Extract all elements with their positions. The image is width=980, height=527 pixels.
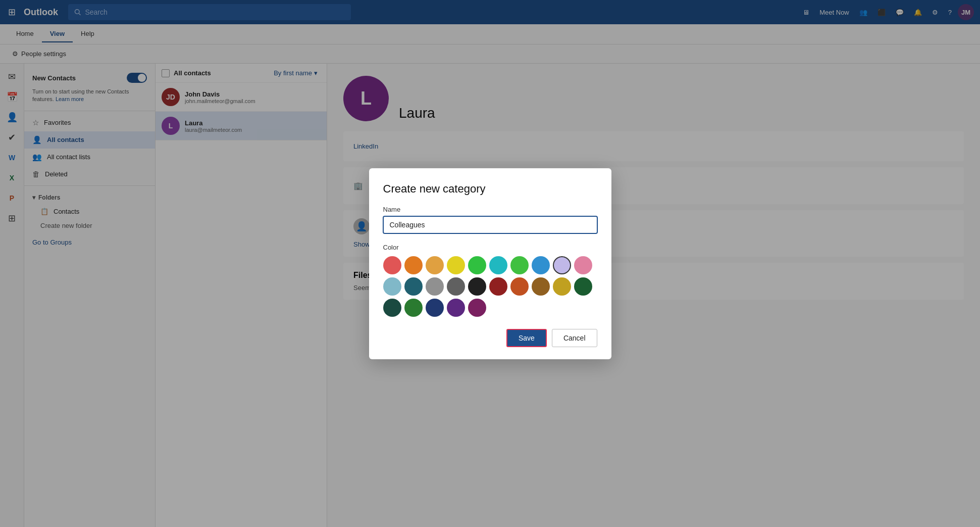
color-dot-light-orange[interactable] (426, 256, 444, 274)
color-dot-brown[interactable] (532, 277, 550, 296)
color-dot-black[interactable] (468, 277, 486, 296)
cancel-button[interactable]: Cancel (552, 329, 597, 347)
color-dot-light-blue[interactable] (383, 277, 401, 296)
color-dot-medium-green[interactable] (404, 299, 423, 317)
color-dot-dark-teal[interactable] (404, 277, 423, 296)
color-grid (383, 256, 597, 317)
color-dot-gray[interactable] (447, 277, 465, 296)
color-dot-dark-red[interactable] (489, 277, 507, 296)
color-dot-red[interactable] (383, 256, 401, 274)
color-dot-blue[interactable] (532, 256, 550, 274)
color-dot-light-gray[interactable] (426, 277, 444, 296)
name-label: Name (383, 206, 597, 213)
dialog-title: Create new category (383, 182, 597, 196)
color-dot-burnt-orange[interactable] (510, 277, 529, 296)
color-dot-forest[interactable] (383, 299, 401, 317)
color-dot-teal[interactable] (489, 256, 507, 274)
color-dot-purple[interactable] (447, 299, 465, 317)
color-row-2 (383, 277, 597, 296)
dialog-overlay: Create new category Name Color (0, 0, 980, 527)
color-dot-dark-green[interactable] (574, 277, 592, 296)
color-dot-pink[interactable] (574, 256, 592, 274)
create-category-dialog: Create new category Name Color (369, 168, 611, 359)
color-row-3 (383, 299, 597, 317)
color-row-1 (383, 256, 597, 274)
color-dot-gold[interactable] (553, 277, 571, 296)
color-dot-bright-green[interactable] (510, 256, 529, 274)
color-dot-green[interactable] (468, 256, 486, 274)
color-dot-yellow[interactable] (447, 256, 465, 274)
dialog-actions: Save Cancel (383, 329, 597, 347)
category-name-input[interactable] (383, 216, 597, 233)
color-dot-orange[interactable] (404, 256, 423, 274)
color-label: Color (383, 244, 597, 251)
color-dot-magenta[interactable] (468, 299, 486, 317)
save-button[interactable]: Save (506, 329, 547, 347)
color-dot-navy[interactable] (426, 299, 444, 317)
color-dot-lavender[interactable] (553, 256, 571, 274)
